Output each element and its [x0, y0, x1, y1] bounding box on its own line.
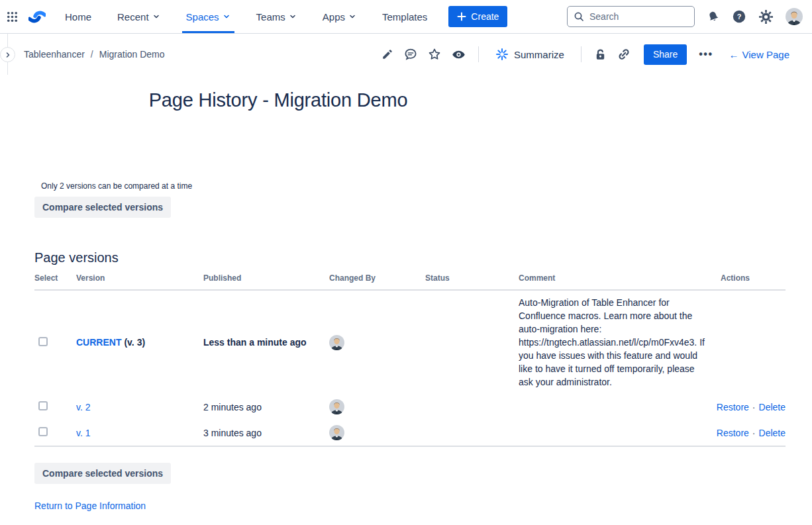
delete-link[interactable]: Delete — [759, 428, 786, 438]
share-button[interactable]: Share — [644, 44, 687, 65]
breadcrumb-separator: / — [91, 49, 93, 60]
version-link[interactable]: v. 1 — [76, 428, 91, 438]
breadcrumb-page-link[interactable]: Migration Demo — [99, 49, 165, 60]
comments-button[interactable] — [404, 48, 417, 61]
app-grid-icon — [7, 11, 18, 23]
search-input[interactable] — [567, 6, 695, 27]
favourite-button[interactable] — [428, 48, 441, 61]
table-row: v. 1 3 minutes ago Restore·Delete — [34, 420, 786, 446]
published-cell: Less than a minute ago — [203, 337, 329, 348]
page-title: Page History - Migration Demo — [26, 89, 530, 111]
breadcrumb-space-link[interactable]: Tableenhancer — [24, 49, 85, 60]
restrictions-button[interactable] — [594, 48, 607, 61]
help-icon: ? — [732, 9, 746, 24]
search-icon — [574, 11, 584, 22]
link-icon — [617, 48, 631, 61]
notifications-button[interactable] — [707, 11, 719, 23]
copy-link-button[interactable] — [617, 48, 631, 61]
user-avatar — [786, 8, 803, 25]
profile-button[interactable] — [786, 8, 803, 25]
breadcrumb: Tableenhancer / Migration Demo — [24, 49, 165, 60]
version-checkbox[interactable] — [38, 337, 48, 346]
star-icon — [428, 48, 441, 61]
nav-item-home[interactable]: Home — [61, 0, 95, 33]
primary-nav: Home Recent Spaces Teams Apps Templates — [61, 0, 431, 33]
published-cell: 2 minutes ago — [203, 402, 329, 412]
page-toolbar: Summarize Share ••• ← View Page — [381, 44, 793, 65]
actions-cell: Restore·Delete — [709, 402, 786, 412]
bell-icon — [707, 11, 719, 23]
watch-button[interactable] — [452, 48, 466, 62]
changed-by-avatar — [329, 335, 344, 350]
view-page-label: View Page — [742, 49, 789, 60]
gear-icon — [759, 10, 773, 24]
compare-selected-versions-button-bottom[interactable]: Compare selected versions — [34, 463, 171, 484]
expand-sidebar-button[interactable] — [0, 47, 15, 62]
nav-item-recent[interactable]: Recent — [113, 0, 164, 33]
chevron-down-icon — [289, 13, 297, 21]
column-header-status: Status — [425, 273, 519, 283]
more-actions-button[interactable]: ••• — [697, 48, 714, 60]
app-switcher-button[interactable] — [7, 11, 18, 23]
nav-item-teams[interactable]: Teams — [252, 0, 301, 33]
action-separator: · — [752, 428, 756, 438]
version-checkbox[interactable] — [38, 427, 48, 436]
chevron-right-icon — [4, 51, 12, 59]
top-navigation: Home Recent Spaces Teams Apps Templates … — [0, 0, 812, 34]
table-header-row: Select Version Published Changed By Stat… — [34, 273, 786, 291]
version-link-current[interactable]: CURRENT — [76, 337, 121, 348]
actions-cell: Restore·Delete — [709, 428, 786, 438]
summarize-label: Summarize — [514, 49, 564, 60]
version-link[interactable]: v. 2 — [76, 402, 91, 412]
toolbar-divider — [581, 46, 582, 62]
column-header-actions: Actions — [709, 273, 786, 283]
comment-cell: Auto-Migration of Table Enhancer for Con… — [519, 296, 709, 389]
nav-item-spaces[interactable]: Spaces — [182, 0, 234, 33]
chevron-down-icon — [223, 13, 230, 21]
published-cell: 3 minutes ago — [203, 428, 329, 438]
compare-selected-versions-button-top[interactable]: Compare selected versions — [34, 197, 171, 218]
column-header-version: Version — [76, 273, 203, 283]
chevron-down-icon — [152, 13, 160, 21]
svg-text:?: ? — [737, 13, 742, 21]
version-checkbox[interactable] — [38, 401, 48, 410]
back-arrow-icon: ← — [729, 49, 739, 60]
nav-item-templates[interactable]: Templates — [378, 0, 431, 33]
confluence-logo[interactable] — [28, 9, 46, 25]
table-body: CURRENT(v. 3) Less than a minute ago Aut… — [34, 291, 786, 447]
summarize-button[interactable]: Summarize — [491, 47, 568, 62]
delete-link[interactable]: Delete — [759, 402, 786, 412]
create-button[interactable]: Create — [448, 6, 507, 27]
confluence-logo-icon — [28, 9, 46, 25]
nav-item-label: Teams — [256, 11, 285, 23]
column-header-comment: Comment — [519, 273, 709, 283]
return-to-page-information-link[interactable]: Return to Page Information — [34, 501, 146, 511]
nav-item-label: Spaces — [186, 11, 219, 23]
view-page-link[interactable]: ← View Page — [725, 48, 793, 61]
table-row: v. 2 2 minutes ago Restore·Delete — [34, 394, 786, 420]
help-button[interactable]: ? — [732, 9, 746, 24]
page-versions-heading: Page versions — [34, 250, 812, 265]
edit-button[interactable] — [381, 48, 393, 60]
nav-item-apps[interactable]: Apps — [319, 0, 360, 33]
unlock-icon — [594, 48, 607, 61]
pencil-icon — [381, 48, 393, 60]
version-number: (v. 3) — [124, 337, 145, 348]
create-button-label: Create — [471, 11, 499, 22]
column-header-changed-by: Changed By — [329, 273, 425, 283]
restore-link[interactable]: Restore — [717, 428, 749, 438]
changed-by-avatar — [329, 425, 344, 440]
restore-link[interactable]: Restore — [717, 402, 749, 412]
compare-note: Only 2 versions can be compared at a tim… — [41, 181, 812, 191]
versions-table: Select Version Published Changed By Stat… — [34, 273, 786, 447]
toolbar-divider — [478, 46, 479, 62]
chevron-down-icon — [348, 13, 356, 21]
settings-button[interactable] — [759, 10, 773, 24]
nav-item-label: Recent — [117, 11, 149, 23]
action-separator: · — [752, 402, 756, 412]
page-header: Tableenhancer / Migration Demo — [0, 34, 812, 75]
ai-sparkle-icon — [495, 48, 509, 61]
column-header-published: Published — [203, 273, 329, 283]
nav-item-label: Templates — [382, 11, 427, 23]
plus-icon — [457, 12, 466, 21]
